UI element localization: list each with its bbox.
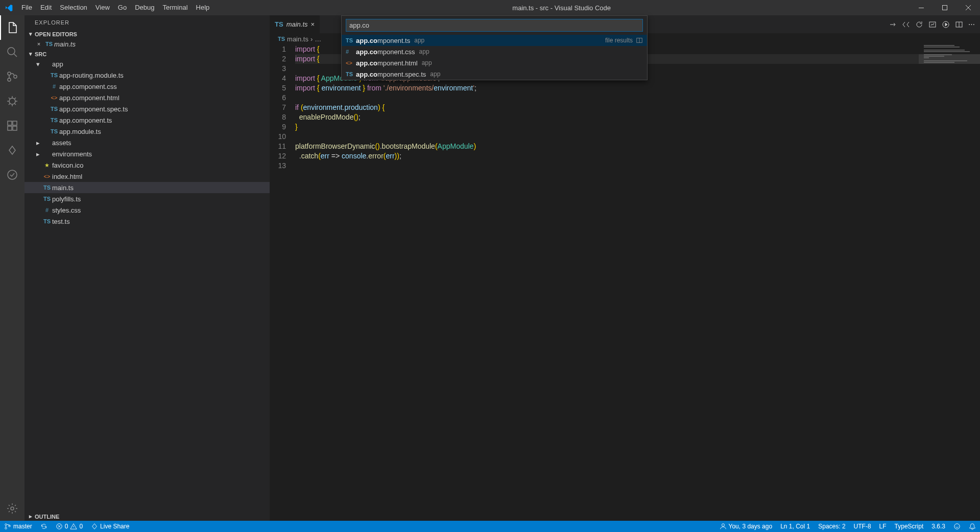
- error-icon: [56, 523, 63, 530]
- status-eol[interactable]: LF: [875, 523, 891, 530]
- status-problems[interactable]: 0 0: [52, 523, 87, 530]
- file-label: main.ts: [54, 40, 76, 48]
- menu-debug[interactable]: Debug: [131, 0, 158, 15]
- close-icon[interactable]: ×: [311, 20, 315, 28]
- section-open-editors[interactable]: ▾ OPEN EDITORS: [25, 30, 270, 38]
- warning-count: 0: [79, 523, 83, 530]
- chevron-down-icon: ▾: [27, 31, 35, 37]
- compare-icon[interactable]: [889, 20, 897, 29]
- status-sync[interactable]: [36, 523, 52, 530]
- tree-item[interactable]: TSapp.component.spec.ts: [25, 103, 270, 114]
- menu-help[interactable]: Help: [192, 0, 214, 15]
- svg-rect-1: [943, 6, 947, 10]
- tree-item[interactable]: TSmain.ts: [25, 182, 270, 193]
- activity-extensions-icon[interactable]: [0, 113, 25, 138]
- maximize-button[interactable]: [933, 0, 957, 15]
- smiley-icon: [953, 523, 961, 530]
- menu-bar: File Edit Selection View Go Debug Termin…: [17, 0, 213, 15]
- title-bar: File Edit Selection View Go Debug Termin…: [0, 0, 980, 15]
- activity-debug-icon[interactable]: [0, 89, 25, 113]
- quick-open-item[interactable]: #app.component.cssapp: [342, 46, 647, 57]
- activity-bar: [0, 15, 25, 521]
- tree-item[interactable]: #app.component.css: [25, 81, 270, 92]
- run-icon[interactable]: [942, 20, 950, 29]
- chevron-right-icon: ›: [310, 35, 313, 43]
- activity-settings-icon[interactable]: [0, 496, 25, 521]
- tree-item[interactable]: ▸assets: [25, 137, 270, 148]
- menu-selection[interactable]: Selection: [56, 0, 91, 15]
- svg-point-3: [8, 72, 11, 75]
- status-version[interactable]: 3.6.3: [927, 523, 949, 530]
- warning-icon: [70, 523, 77, 530]
- quick-open-item[interactable]: TSapp.component.spec.tsapp: [342, 68, 647, 80]
- more-icon[interactable]: ⋯: [968, 20, 975, 28]
- status-lang[interactable]: TypeScript: [891, 523, 928, 530]
- activity-test-icon[interactable]: [0, 163, 25, 187]
- code-editor[interactable]: 12345678910111213 import { import { impo…: [270, 44, 980, 521]
- section-src[interactable]: ▾ SRC: [25, 50, 270, 58]
- section-label: OUTLINE: [35, 514, 59, 520]
- svg-rect-10: [13, 126, 17, 130]
- split-icon[interactable]: [955, 20, 963, 29]
- bell-icon: [969, 523, 976, 530]
- status-feedback[interactable]: [949, 523, 965, 530]
- menu-view[interactable]: View: [91, 0, 114, 15]
- liveshare-icon: [91, 523, 98, 530]
- go-back-icon[interactable]: [902, 20, 910, 29]
- menu-terminal[interactable]: Terminal: [158, 0, 192, 15]
- refresh-icon[interactable]: [915, 20, 923, 29]
- minimap[interactable]: [919, 44, 980, 521]
- tree-item[interactable]: TSapp.component.ts: [25, 114, 270, 126]
- quick-open-item[interactable]: <>app.component.htmlapp: [342, 57, 647, 68]
- status-blame[interactable]: You, 3 days ago: [715, 523, 777, 530]
- activity-explorer-icon[interactable]: [0, 15, 25, 40]
- tree-item[interactable]: TSpolyfills.ts: [25, 193, 270, 204]
- src-tree: ▾appTSapp-routing.module.ts#app.componen…: [25, 58, 270, 227]
- tree-item[interactable]: TSapp-routing.module.ts: [25, 70, 270, 81]
- tree-item[interactable]: ▸environments: [25, 148, 270, 159]
- status-cursor[interactable]: Ln 1, Col 1: [776, 523, 814, 530]
- menu-edit[interactable]: Edit: [36, 0, 56, 15]
- svg-point-12: [11, 507, 14, 510]
- open-editor-item[interactable]: × TS main.ts: [25, 38, 270, 50]
- open-editors-list: × TS main.ts: [25, 38, 270, 50]
- activity-liveshare-icon[interactable]: [0, 138, 25, 163]
- activity-search-icon[interactable]: [0, 40, 25, 64]
- svg-rect-0: [919, 8, 924, 8]
- editor-actions: ⋯: [889, 15, 980, 33]
- status-liveshare[interactable]: Live Share: [87, 523, 133, 530]
- ts-icon: TS: [275, 20, 283, 28]
- chevron-down-icon: ▾: [27, 51, 35, 57]
- menu-file[interactable]: File: [17, 0, 36, 15]
- menu-go[interactable]: Go: [114, 0, 131, 15]
- quick-open-input[interactable]: [346, 19, 643, 32]
- quick-open-item[interactable]: TSapp.component.tsappfile results: [342, 35, 647, 46]
- svg-point-4: [8, 78, 11, 81]
- svg-point-11: [8, 170, 17, 179]
- tree-item[interactable]: #styles.css: [25, 204, 270, 216]
- status-branch[interactable]: master: [0, 523, 36, 530]
- svg-point-17: [5, 524, 7, 526]
- breadcrumb-more: …: [315, 35, 321, 43]
- svg-rect-7: [8, 121, 12, 125]
- preview-icon[interactable]: [928, 20, 937, 29]
- tab-main-ts[interactable]: TS main.ts ×: [270, 15, 320, 33]
- chevron-right-icon: ▸: [27, 513, 35, 520]
- status-bell[interactable]: [965, 523, 980, 530]
- status-encoding[interactable]: UTF-8: [850, 523, 875, 530]
- tree-item[interactable]: <>index.html: [25, 171, 270, 182]
- activity-scm-icon[interactable]: [0, 64, 25, 89]
- status-indent[interactable]: Spaces: 2: [814, 523, 849, 530]
- close-icon[interactable]: ×: [34, 41, 44, 47]
- minimize-button[interactable]: [910, 0, 933, 15]
- liveshare-label: Live Share: [100, 523, 129, 530]
- tree-item[interactable]: ▾app: [25, 58, 270, 70]
- close-button[interactable]: [957, 0, 980, 15]
- svg-point-21: [722, 524, 724, 526]
- tree-item[interactable]: TSapp.module.ts: [25, 126, 270, 137]
- tree-item[interactable]: ★favicon.ico: [25, 159, 270, 171]
- tree-item[interactable]: <>app.component.html: [25, 92, 270, 103]
- tree-item[interactable]: TStest.ts: [25, 216, 270, 227]
- code-content[interactable]: import { import { import { AppModule } f…: [295, 44, 980, 521]
- section-outline[interactable]: ▸ OUTLINE: [25, 512, 270, 521]
